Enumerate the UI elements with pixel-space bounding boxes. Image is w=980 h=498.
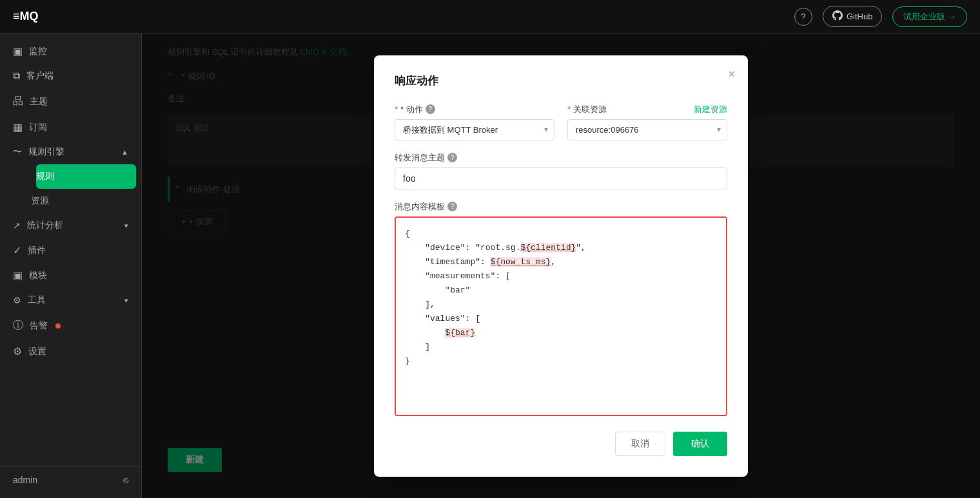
client-icon: ⧉	[13, 70, 20, 82]
sidebar: ▣ 监控 ⧉ 客户端 品 主题 ▦ 订阅 〜 规则引擎 ▲ 规则 资源	[0, 34, 142, 498]
topic-input[interactable]	[395, 168, 727, 189]
resource-select-wrap: resource:096676	[567, 119, 727, 140]
action-select[interactable]: 桥接数据到 MQTT Broker	[395, 119, 554, 140]
sidebar-item-alert[interactable]: ⓘ 告警	[0, 312, 141, 339]
trial-label: 试用企业版 →	[903, 11, 956, 23]
stats-icon: ↗	[13, 220, 21, 231]
action-info-icon[interactable]: ?	[426, 104, 435, 114]
sidebar-item-label: 插件	[28, 245, 46, 256]
alert-icon: ⓘ	[13, 319, 23, 332]
confirm-label: 确认	[691, 438, 709, 448]
chevron-down-icon: ▾	[124, 296, 128, 305]
cancel-label: 取消	[631, 438, 649, 448]
settings-icon: ⚙	[13, 345, 22, 358]
tool-icon: ⚙	[13, 295, 21, 305]
sidebar-footer: admin ⎋	[0, 466, 141, 493]
resource-select[interactable]: resource:096676	[567, 119, 727, 140]
sidebar-item-stats[interactable]: ↗ 统计分析 ▾	[0, 213, 141, 238]
template-info-icon[interactable]: ?	[447, 202, 457, 211]
action-resource-row: * * 动作 ? 桥接数据到 MQTT Broker	[395, 104, 727, 140]
resource-field: * 关联资源 新建资源 resource:096676	[567, 104, 727, 140]
sidebar-item-label: 工具	[28, 294, 46, 306]
modal-overlay: 响应动作 × * * 动作 ? 桥接数据到 MQTT Bro	[142, 34, 980, 498]
code-line-5: "bar"	[405, 283, 717, 298]
code-highlight-now-ts: ${now_ts_ms}	[491, 257, 551, 267]
code-highlight-bar: ${bar}	[445, 328, 475, 338]
action-label-text: * 动作	[400, 104, 423, 115]
chevron-up-icon: ▲	[121, 148, 128, 156]
action-select-wrap: 桥接数据到 MQTT Broker	[395, 119, 554, 140]
code-line-7: "values": [	[405, 312, 717, 326]
code-line-8: ${bar}	[405, 326, 717, 340]
resource-field-label: * 关联资源 新建资源	[567, 104, 727, 115]
sidebar-item-label: 统计分析	[27, 220, 63, 231]
sidebar-item-plugin[interactable]: ✓ 插件	[0, 238, 141, 263]
sidebar-item-label: 订阅	[29, 122, 47, 133]
plugin-icon: ✓	[13, 244, 21, 256]
new-resource-link[interactable]: 新建资源	[694, 104, 727, 115]
sidebar-item-label: 告警	[30, 320, 48, 332]
sidebar-item-label: 主题	[30, 96, 48, 108]
modal-close-button[interactable]: ×	[728, 68, 735, 80]
rule-engine-icon: 〜	[13, 146, 22, 158]
sidebar-item-module[interactable]: ▣ 模块	[0, 263, 141, 288]
sidebar-item-tool[interactable]: ⚙ 工具 ▾	[0, 288, 141, 312]
sidebar-item-label: 规则	[36, 171, 54, 182]
confirm-button[interactable]: 确认	[673, 432, 727, 456]
sidebar-item-rule-engine[interactable]: 〜 规则引擎 ▲	[0, 140, 141, 164]
code-line-3: "timestamp": ${now_ts_ms},	[405, 255, 717, 269]
github-icon	[832, 10, 843, 23]
user-name: admin	[13, 475, 37, 485]
trial-button[interactable]: 试用企业版 →	[892, 6, 967, 27]
code-line-2: "device": "root.sg.${clientid}",	[405, 241, 717, 255]
logout-icon[interactable]: ⎋	[123, 475, 128, 485]
code-line-4: "measurements": [	[405, 269, 717, 283]
main-content: 规则引擎和 SQL 语句的详细教程见 EMQ X 文档。 * * 规则 ID 备…	[142, 34, 980, 498]
resource-label-text: 关联资源	[573, 104, 607, 114]
sidebar-item-label: 客户端	[26, 70, 54, 82]
template-label-text: 消息内容模板	[395, 201, 445, 213]
template-field-label: 消息内容模板 ?	[395, 201, 727, 213]
monitor-icon: ▣	[13, 45, 23, 57]
logo-text: ≡MQ	[13, 10, 39, 23]
github-label: GitHub	[847, 12, 872, 21]
sidebar-item-label: 模块	[29, 270, 47, 282]
code-line-9: ]	[405, 340, 717, 354]
app-header: ≡MQ ? GitHub 试用企业版 →	[0, 0, 980, 34]
response-action-modal: 响应动作 × * * 动作 ? 桥接数据到 MQTT Bro	[374, 55, 748, 477]
action-field: * * 动作 ? 桥接数据到 MQTT Broker	[395, 104, 554, 140]
topic-row: 转发消息主题 ?	[395, 152, 727, 189]
chevron-down-icon: ▾	[124, 222, 128, 230]
main-layout: ▣ 监控 ⧉ 客户端 品 主题 ▦ 订阅 〜 规则引擎 ▲ 规则 资源	[0, 34, 980, 498]
sidebar-item-settings[interactable]: ⚙ 设置	[0, 339, 141, 364]
module-icon: ▣	[13, 269, 23, 282]
help-button[interactable]: ?	[794, 8, 812, 26]
code-highlight-clientid: ${clientid}	[520, 243, 576, 253]
sidebar-item-monitor[interactable]: ▣ 监控	[0, 39, 141, 64]
close-icon: ×	[728, 68, 735, 81]
template-editor[interactable]: { "device": "root.sg.${clientid}", "time…	[395, 216, 727, 416]
sidebar-item-topic[interactable]: 品 主题	[0, 88, 141, 115]
sidebar-item-rule[interactable]: 规则	[36, 164, 136, 189]
modal-actions: 取消 确认	[395, 432, 727, 456]
code-line-6: ],	[405, 298, 717, 312]
topic-info-icon[interactable]: ?	[447, 153, 457, 162]
code-line-1: {	[405, 227, 717, 241]
template-row: 消息内容模板 ? { "device": "root.sg.${clientid…	[395, 201, 727, 416]
cancel-button[interactable]: 取消	[615, 432, 665, 456]
github-button[interactable]: GitHub	[823, 6, 882, 27]
header-right: ? GitHub 试用企业版 →	[794, 6, 967, 27]
sidebar-sub-items: 规则 资源	[0, 164, 141, 213]
action-field-label: * * 动作 ?	[395, 104, 554, 115]
sidebar-item-resource[interactable]: 资源	[31, 189, 141, 213]
topic-field-label: 转发消息主题 ?	[395, 152, 727, 164]
sidebar-item-label: 监控	[29, 46, 47, 57]
modal-title: 响应动作	[395, 73, 727, 88]
sidebar-item-client[interactable]: ⧉ 客户端	[0, 64, 141, 88]
sidebar-item-label: 资源	[31, 195, 49, 207]
app-logo: ≡MQ	[13, 10, 39, 23]
sidebar-item-subscribe[interactable]: ▦ 订阅	[0, 115, 141, 140]
code-line-10: }	[405, 354, 717, 369]
topic-label-text: 转发消息主题	[395, 152, 445, 164]
topic-icon: 品	[13, 95, 23, 108]
